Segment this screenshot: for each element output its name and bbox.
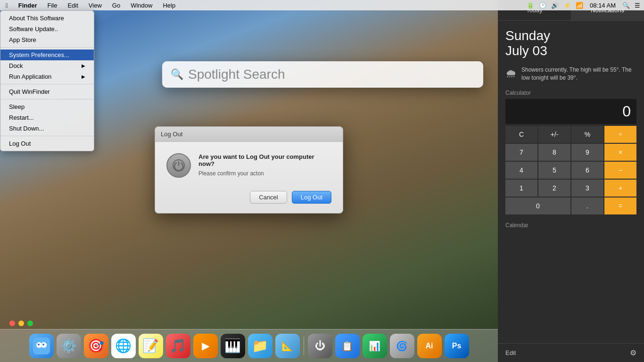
quit-winfinder-item[interactable]: Quit WinFinder	[0, 86, 94, 97]
help-menu[interactable]: Help	[161, 2, 177, 9]
notification-center-icon[interactable]: ☰	[635, 2, 640, 9]
separator-4	[0, 136, 94, 136]
calc-plusminus[interactable]: +/-	[538, 126, 570, 143]
notif-settings-icon[interactable]: ⚙	[630, 348, 636, 357]
calendar-label: Calendar	[505, 222, 636, 229]
calc-dot[interactable]: .	[571, 197, 603, 214]
calc-c[interactable]: C	[505, 126, 537, 143]
dock: ⚙️ 🎯 🌐 📝 🎵 ▶ 🎹 📁 📐 ⏻ 📋 📊 🌀 Ai Ps	[0, 329, 498, 362]
dialog-text-section: Are you want to Log Out your computer no…	[198, 153, 331, 177]
dock-chrome[interactable]: 🌐	[111, 334, 136, 358]
calc-7[interactable]: 7	[505, 144, 537, 161]
dock-vlc[interactable]: ▶	[193, 334, 218, 358]
dialog-titlebar: Log Out	[155, 127, 343, 142]
dock-photoshop[interactable]: Ps	[445, 334, 469, 358]
spotlight-icon[interactable]: 🔍	[622, 2, 630, 9]
cancel-button[interactable]: Cancel	[250, 191, 287, 204]
dock-separator	[304, 337, 304, 355]
finder-menu[interactable]: Finder	[17, 2, 39, 9]
calc-minus[interactable]: −	[604, 162, 636, 179]
view-menu[interactable]: View	[87, 2, 104, 9]
go-menu[interactable]: Go	[110, 2, 122, 9]
calc-1[interactable]: 1	[505, 180, 537, 197]
dock-power[interactable]: ⏻	[308, 334, 332, 358]
weather-section: 🌧 Showers currently. The high will be 55…	[498, 62, 644, 86]
edit-button[interactable]: Edit	[505, 349, 516, 356]
weather-text: Showers currently. The high will be 55°.…	[521, 66, 636, 82]
dialog-buttons: Cancel Log Out	[155, 185, 343, 213]
calc-0[interactable]: 0	[505, 197, 570, 214]
volume-icon[interactable]: 🔊	[551, 2, 559, 9]
apple-menu-button[interactable]: 	[4, 2, 10, 9]
dock-piano[interactable]: 🎹	[221, 334, 245, 358]
bluetooth-icon[interactable]: ⚡	[563, 2, 571, 9]
restart-item[interactable]: Restart...	[0, 112, 94, 123]
logout-dialog: Log Out Are you want to Log Out your com…	[155, 126, 343, 214]
calc-9[interactable]: 9	[571, 144, 603, 161]
dock-notes[interactable]: 📝	[139, 334, 163, 358]
dock-system-prefs[interactable]: ⚙️	[57, 334, 81, 358]
dock-appstore2[interactable]: 📐	[275, 334, 300, 358]
calc-plus[interactable]: +	[604, 180, 636, 197]
notif-date-section: Sunday July 03	[498, 21, 644, 62]
wifi-icon[interactable]: 📶	[576, 2, 583, 9]
calc-divide[interactable]: ÷	[604, 126, 636, 143]
calc-percent[interactable]: %	[571, 126, 603, 143]
calc-2[interactable]: 2	[538, 180, 570, 197]
sleep-item[interactable]: Sleep	[0, 101, 94, 112]
calc-4[interactable]: 4	[505, 162, 537, 179]
dock-finder[interactable]	[29, 334, 54, 358]
menubar:  Finder File Edit View Go Window Help 🔋…	[0, 0, 644, 10]
dock-winfinder[interactable]: 📋	[335, 334, 360, 358]
dock-activity[interactable]: 📊	[363, 334, 387, 358]
dock-ai[interactable]: Ai	[417, 334, 442, 358]
run-application-item[interactable]: Run Application ▶	[0, 71, 94, 82]
dock-arrow: ▶	[82, 63, 85, 68]
dock-files[interactable]: 📁	[248, 334, 272, 358]
edit-menu[interactable]: Edit	[66, 2, 80, 9]
dialog-title: Log Out	[161, 131, 182, 138]
calc-8[interactable]: 8	[538, 144, 570, 161]
logout-confirm-button[interactable]: Log Out	[292, 191, 331, 204]
time-machine-icon[interactable]: 🕐	[539, 2, 546, 9]
notif-month-day: July 03	[505, 43, 636, 58]
calc-display: 0	[505, 99, 636, 124]
weather-icon: 🌧	[505, 67, 517, 80]
calc-multiply[interactable]: ×	[604, 144, 636, 161]
software-update-item[interactable]: Software Update..	[0, 24, 94, 34]
run-application-arrow: ▶	[82, 74, 85, 79]
dialog-main-text: Are you want to Log Out your computer no…	[198, 153, 331, 167]
battery-icon[interactable]: 🔋	[527, 2, 534, 9]
notif-day: Sunday	[505, 28, 636, 43]
separator-2	[0, 84, 94, 84]
dialog-power-icon	[166, 153, 191, 178]
dock-item[interactable]: Dock ▶	[0, 60, 94, 71]
calc-5[interactable]: 5	[538, 162, 570, 179]
clock: 08:14 AM	[588, 2, 618, 9]
calculator-section: Calculator 0 C +/- % ÷ 7 8 9 × 4 5 6 − 1…	[498, 86, 644, 218]
app-store-item[interactable]: App Store	[0, 34, 94, 45]
dock-vpn[interactable]: 🌀	[390, 334, 414, 358]
calc-6[interactable]: 6	[571, 162, 603, 179]
window-menu[interactable]: Window	[129, 2, 154, 9]
notification-panel: Today Notifications Sunday July 03 🌧 Sho…	[498, 0, 644, 362]
calc-label: Calculator	[505, 90, 636, 96]
apple-menu-dropdown: About This Software Software Update.. Ap…	[0, 10, 94, 151]
svg-point-5	[38, 344, 40, 346]
calc-3[interactable]: 3	[571, 180, 603, 197]
calc-equals[interactable]: =	[604, 197, 636, 214]
separator-1	[0, 47, 94, 48]
about-software-item[interactable]: About This Software	[0, 13, 94, 24]
dialog-sub-text: Please confirm your acton	[198, 170, 331, 177]
file-menu[interactable]: File	[45, 2, 59, 9]
separator-3	[0, 99, 94, 99]
calendar-section: Calendar	[498, 218, 644, 232]
shutdown-item[interactable]: Shut Down...	[0, 123, 94, 134]
notif-footer: Edit ⚙	[498, 343, 644, 362]
logout-item[interactable]: Log Out	[0, 138, 94, 149]
dialog-body: Are you want to Log Out your computer no…	[155, 142, 343, 185]
dock-launchpad[interactable]: 🎯	[84, 334, 108, 358]
system-preferences-item[interactable]: System Preferences...	[0, 49, 94, 60]
dock-itunes[interactable]: 🎵	[166, 334, 190, 358]
calc-buttons: C +/- % ÷ 7 8 9 × 4 5 6 − 1 2 3 + 0 . =	[505, 126, 636, 214]
